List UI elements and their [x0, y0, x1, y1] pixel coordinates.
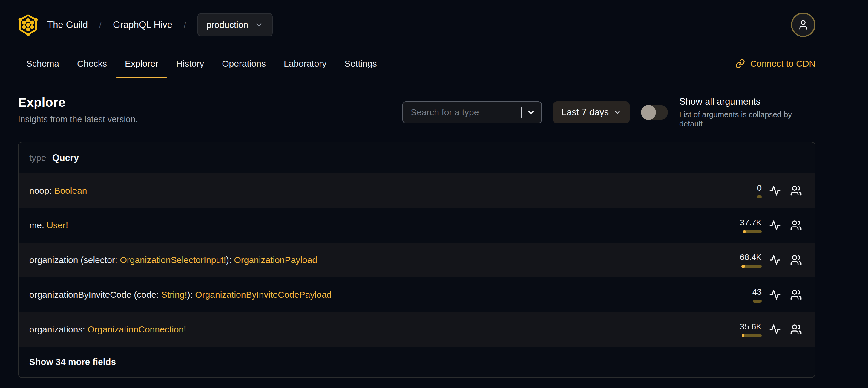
breadcrumb-separator: / — [184, 20, 186, 30]
field-signature: me: User! — [29, 220, 68, 231]
breadcrumb-org[interactable]: The Guild — [47, 20, 88, 30]
field-count: 0 — [757, 183, 762, 193]
field-count: 37.7K — [740, 218, 762, 228]
field-signature: organizationByInviteCode (code: String!)… — [29, 290, 332, 300]
toggle-labels: Show all arguments List of arguments is … — [679, 96, 815, 128]
field-list: noop: Boolean 0 me: User! — [19, 173, 815, 347]
user-icon — [798, 19, 809, 30]
page-subtitle: Insights from the latest version. — [18, 115, 138, 124]
field-users-button[interactable] — [789, 219, 803, 232]
tab-history[interactable]: History — [168, 50, 212, 78]
field-usage-bar — [753, 300, 762, 302]
chevron-down-icon — [614, 109, 621, 116]
activity-icon — [769, 219, 781, 231]
field-count: 35.6K — [740, 322, 762, 331]
field-stats: 0 — [733, 183, 803, 199]
field-activity-button[interactable] — [768, 219, 782, 232]
tab-laboratory[interactable]: Laboratory — [275, 50, 335, 78]
show-more-fields-button[interactable]: Show 34 more fields — [19, 347, 815, 377]
users-icon — [790, 219, 802, 231]
field-usage-bar — [757, 196, 762, 199]
period-dropdown-button[interactable]: Last 7 days — [553, 101, 630, 123]
show-all-arguments-toggle[interactable] — [641, 105, 668, 120]
field-users-button[interactable] — [789, 253, 803, 267]
chevron-down-icon[interactable] — [526, 108, 536, 117]
tab-operations[interactable]: Operations — [214, 50, 274, 78]
field-stats: 37.7K — [733, 218, 803, 233]
field-usage-bar — [743, 230, 762, 233]
type-card-query: type Query noop: Boolean 0 — [18, 142, 815, 378]
toggle-description: List of arguments is collapsed by defaul… — [679, 110, 815, 128]
page-heading: Explore Insights from the latest version… — [18, 95, 138, 124]
tab-checks[interactable]: Checks — [69, 50, 115, 78]
type-kind-label: type — [29, 153, 46, 163]
field-signature: organizations: OrganizationConnection! — [29, 324, 186, 334]
field-stats: 68.4K — [733, 252, 803, 268]
field-signature: organization (selector: OrganizationSele… — [29, 255, 317, 265]
breadcrumb: The Guild / GraphQL Hive / production — [47, 13, 273, 36]
field-signature: noop: Boolean — [29, 186, 87, 196]
field-row[interactable]: me: User! 37.7K — [19, 208, 815, 243]
field-row[interactable]: organizationByInviteCode (code: String!)… — [19, 277, 815, 312]
hive-logo-icon[interactable] — [18, 14, 38, 36]
activity-icon — [769, 289, 781, 301]
field-activity-button[interactable] — [768, 323, 782, 336]
field-usage: 37.7K — [733, 218, 762, 233]
type-search-combobox[interactable] — [402, 101, 542, 123]
page-title: Explore — [18, 95, 138, 110]
field-activity-button[interactable] — [768, 184, 782, 197]
breadcrumb-project[interactable]: GraphQL Hive — [113, 20, 172, 30]
breadcrumb-separator: / — [99, 20, 101, 30]
users-icon — [790, 289, 802, 301]
target-selector-value: production — [207, 20, 248, 30]
field-count: 43 — [752, 287, 762, 297]
field-stats: 43 — [733, 287, 803, 302]
type-name: Query — [52, 152, 79, 163]
main-content: Explore Insights from the latest version… — [0, 95, 868, 388]
top-header: The Guild / GraphQL Hive / production — [0, 0, 868, 50]
field-stats: 35.6K — [733, 322, 803, 337]
combobox-divider — [521, 107, 522, 118]
tab-settings[interactable]: Settings — [336, 50, 385, 78]
field-row[interactable]: organization (selector: OrganizationSele… — [19, 243, 815, 277]
toggle-label: Show all arguments — [679, 96, 815, 107]
tab-explorer[interactable]: Explorer — [117, 50, 167, 78]
link-icon — [735, 59, 745, 68]
user-menu-button[interactable] — [791, 12, 815, 37]
type-card-header: type Query — [19, 142, 815, 173]
connect-to-cdn-link[interactable]: Connect to CDN — [735, 50, 815, 78]
activity-icon — [769, 254, 781, 266]
type-search-input[interactable] — [411, 107, 519, 117]
activity-icon — [769, 185, 781, 197]
connect-to-cdn-label: Connect to CDN — [750, 59, 815, 69]
field-usage-bar — [741, 265, 762, 268]
users-icon — [790, 323, 802, 335]
toggle-knob — [641, 105, 656, 120]
users-icon — [790, 254, 802, 266]
explorer-controls: Last 7 days Show all arguments List of a… — [402, 96, 815, 128]
activity-icon — [769, 323, 781, 335]
field-users-button[interactable] — [789, 323, 803, 336]
period-value: Last 7 days — [562, 107, 609, 118]
field-usage-fill — [741, 265, 745, 268]
field-row[interactable]: organizations: OrganizationConnection! 3… — [19, 312, 815, 347]
field-usage: 68.4K — [733, 252, 762, 268]
field-usage: 43 — [733, 287, 762, 302]
field-row[interactable]: noop: Boolean 0 — [19, 173, 815, 208]
tab-schema[interactable]: Schema — [18, 50, 67, 78]
field-activity-button[interactable] — [768, 288, 782, 301]
field-usage: 0 — [733, 183, 762, 199]
field-activity-button[interactable] — [768, 253, 782, 267]
field-usage-bar — [742, 334, 762, 337]
tab-navigation: Schema Checks Explorer History Operation… — [0, 50, 868, 78]
chevron-down-icon — [255, 21, 263, 29]
field-usage-fill — [743, 230, 746, 233]
users-icon — [790, 185, 802, 197]
field-usage: 35.6K — [733, 322, 762, 337]
field-users-button[interactable] — [789, 184, 803, 197]
field-usage-fill — [742, 334, 744, 337]
target-selector-dropdown[interactable]: production — [197, 13, 273, 36]
field-users-button[interactable] — [789, 288, 803, 301]
field-count: 68.4K — [740, 252, 762, 262]
